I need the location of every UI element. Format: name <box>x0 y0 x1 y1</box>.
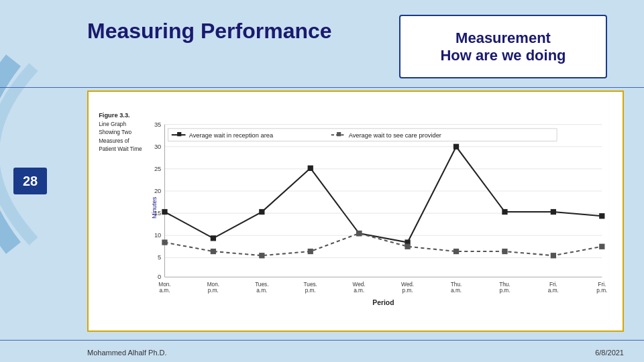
svg-rect-54 <box>162 239 167 245</box>
svg-text:15: 15 <box>154 210 161 217</box>
svg-text:Average wait to see care provi: Average wait to see care provider <box>349 132 441 139</box>
svg-rect-53 <box>599 213 604 219</box>
svg-rect-58 <box>356 231 362 236</box>
svg-text:Tues.: Tues. <box>255 282 268 288</box>
svg-text:a.m.: a.m. <box>159 288 170 294</box>
svg-text:a.m.: a.m. <box>354 288 364 294</box>
svg-text:Wed.: Wed. <box>401 282 414 288</box>
svg-text:a.m.: a.m. <box>451 288 462 294</box>
measurement-box: Measurement How are we doing <box>399 15 607 78</box>
svg-text:25: 25 <box>154 166 161 172</box>
svg-text:Thu.: Thu. <box>499 282 511 288</box>
svg-text:Fri.: Fri. <box>549 282 557 288</box>
svg-text:Average wait in reception area: Average wait in reception area <box>189 132 274 139</box>
svg-text:Mon.: Mon. <box>207 282 219 288</box>
svg-text:p.m.: p.m. <box>499 288 510 294</box>
svg-rect-51 <box>502 209 507 215</box>
svg-rect-44 <box>162 209 167 215</box>
svg-text:a.m.: a.m. <box>548 288 559 294</box>
svg-text:Fri.: Fri. <box>598 282 606 288</box>
svg-rect-61 <box>502 249 507 254</box>
svg-text:Wed.: Wed. <box>353 282 366 288</box>
chart-svg: Figure 3.3. Line Graph Showing Two Measu… <box>95 99 616 324</box>
svg-text:20: 20 <box>154 188 161 194</box>
measurement-subtitle: How are we doing <box>440 47 566 64</box>
svg-text:Tues.: Tues. <box>304 282 317 288</box>
svg-rect-63 <box>599 244 604 249</box>
svg-text:p.m.: p.m. <box>208 288 219 294</box>
footer-author: Mohammed Alhalf Ph.D. <box>87 349 167 357</box>
svg-text:Measures of: Measures of <box>99 138 129 144</box>
svg-rect-56 <box>259 253 264 258</box>
svg-rect-59 <box>405 244 410 249</box>
svg-rect-45 <box>211 235 216 241</box>
svg-rect-60 <box>453 249 459 254</box>
svg-rect-47 <box>308 166 313 171</box>
svg-rect-52 <box>551 209 556 215</box>
footer: Mohammed Alhalf Ph.D. 6/8/2021 <box>87 349 624 357</box>
svg-rect-46 <box>259 209 264 215</box>
footer-date: 6/8/2021 <box>595 349 624 357</box>
slide: Measuring Performance Measurement How ar… <box>0 0 644 362</box>
svg-text:a.m.: a.m. <box>256 288 267 294</box>
svg-rect-57 <box>308 249 313 254</box>
svg-text:p.m.: p.m. <box>596 288 607 294</box>
svg-text:Figure 3.3.: Figure 3.3. <box>99 112 130 119</box>
svg-text:p.m.: p.m. <box>402 288 413 294</box>
main-title: Measuring Performance <box>87 19 332 44</box>
chart-container: Figure 3.3. Line Graph Showing Two Measu… <box>87 90 624 332</box>
svg-rect-55 <box>211 249 216 254</box>
svg-text:Patient Wait Time: Patient Wait Time <box>99 146 142 152</box>
svg-text:Showing Two: Showing Two <box>99 129 131 135</box>
bottom-divider <box>0 340 644 341</box>
svg-rect-66 <box>177 132 181 136</box>
svg-text:p.m.: p.m. <box>305 288 316 294</box>
page-number: 28 <box>13 168 47 194</box>
svg-text:5: 5 <box>158 254 161 261</box>
svg-text:30: 30 <box>154 143 161 150</box>
svg-text:0: 0 <box>158 274 161 280</box>
svg-text:Mon.: Mon. <box>158 282 170 288</box>
svg-rect-62 <box>551 253 556 258</box>
svg-text:Line Graph: Line Graph <box>99 121 126 127</box>
measurement-title: Measurement <box>455 29 551 47</box>
decorative-arcs <box>0 54 47 255</box>
svg-text:10: 10 <box>154 232 161 239</box>
svg-text:Thu.: Thu. <box>451 282 462 288</box>
svg-rect-50 <box>453 144 459 149</box>
svg-text:Period: Period <box>372 299 394 306</box>
svg-rect-69 <box>337 132 341 136</box>
svg-text:35: 35 <box>154 121 161 128</box>
top-divider <box>0 87 644 88</box>
